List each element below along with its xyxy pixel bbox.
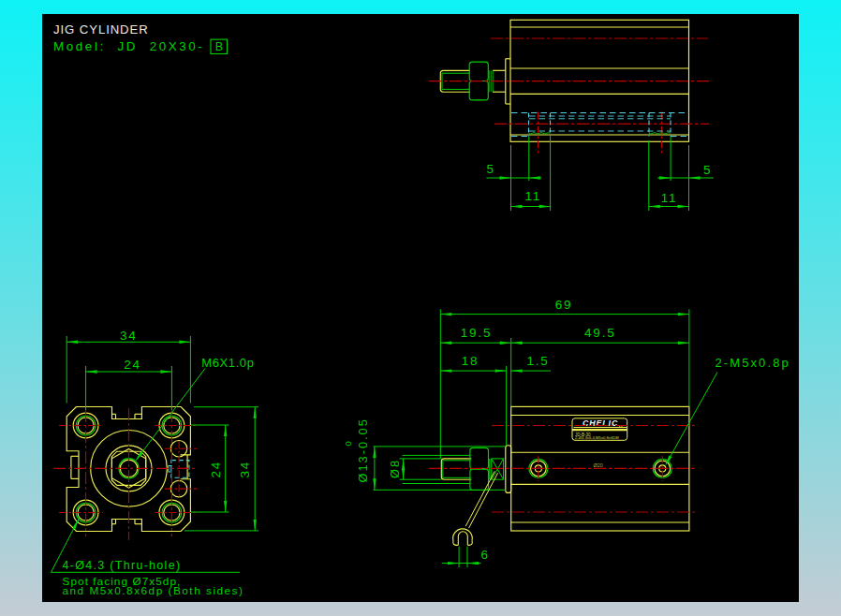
svg-text:B: B — [215, 40, 223, 53]
svg-text:0: 0 — [343, 441, 353, 446]
svg-text:JIG CYLINDER: JIG CYLINDER — [53, 22, 149, 37]
svg-text:49.5: 49.5 — [584, 326, 615, 340]
svg-text:1.5: 1.5 — [526, 354, 549, 368]
svg-text:5: 5 — [703, 163, 712, 177]
svg-text:18: 18 — [462, 354, 480, 368]
svg-text:5: 5 — [486, 162, 494, 176]
svg-text:xx: xx — [619, 424, 624, 429]
svg-text:Ø13-0.05: Ø13-0.05 — [356, 418, 370, 482]
svg-text:M6X1.0p: M6X1.0p — [201, 356, 254, 370]
svg-text:24: 24 — [209, 461, 223, 478]
svg-text:34: 34 — [238, 461, 252, 478]
svg-text:2-Ø4.3x6.4-M5x0.8x6DM: 2-Ø4.3x6.4-M5x0.8x6DM — [575, 435, 619, 440]
svg-text:Ø20: Ø20 — [594, 462, 603, 468]
svg-text:19.5: 19.5 — [461, 326, 492, 340]
svg-text:2-M5x0.8p: 2-M5x0.8p — [716, 356, 790, 370]
svg-text:69: 69 — [555, 298, 573, 312]
svg-text:Ø8: Ø8 — [388, 459, 402, 478]
svg-text:Model: JD 20X30-: Model: JD 20X30- — [53, 39, 204, 53]
svg-text:CHELIC: CHELIC — [583, 418, 618, 428]
svg-text:6: 6 — [481, 548, 490, 562]
svg-text:4-Ø4.3 (Thru-hole): 4-Ø4.3 (Thru-hole) — [63, 559, 182, 572]
svg-text:24: 24 — [124, 358, 141, 372]
svg-text:and M5x0.8x6dp (Both sides): and M5x0.8x6dp (Both sides) — [63, 584, 244, 597]
svg-text:11: 11 — [661, 191, 678, 205]
svg-text:11: 11 — [524, 189, 541, 203]
svg-text:34: 34 — [120, 329, 138, 343]
